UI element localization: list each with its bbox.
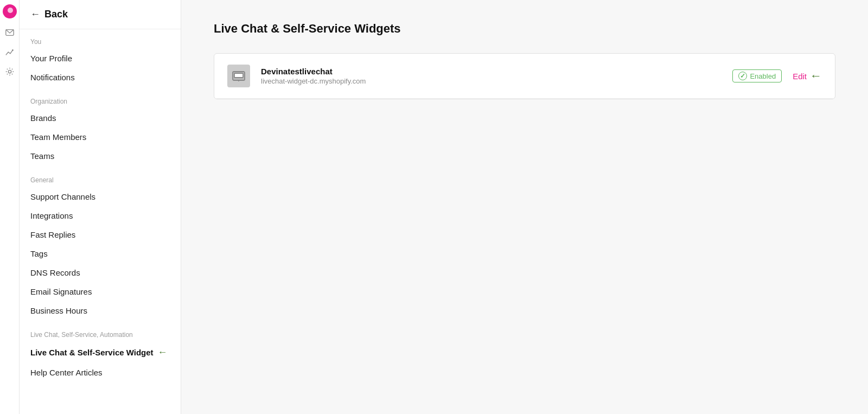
sidebar-item-dns-records[interactable]: DNS Records bbox=[30, 263, 170, 282]
section-label-you: You bbox=[30, 38, 170, 46]
svg-point-1 bbox=[12, 49, 14, 51]
icon-rail bbox=[0, 0, 20, 414]
sidebar-item-your-profile[interactable]: Your Profile bbox=[30, 49, 170, 68]
analytics-icon[interactable] bbox=[4, 47, 15, 58]
svg-point-2 bbox=[8, 70, 11, 73]
sidebar-item-fast-replies[interactable]: Fast Replies bbox=[30, 225, 170, 244]
main-content: Live Chat & Self-Service Widgets Devinat… bbox=[181, 0, 868, 414]
settings-icon[interactable] bbox=[4, 66, 15, 77]
sidebar-item-notifications[interactable]: Notifications bbox=[30, 68, 170, 87]
sidebar-section-general: General Support Channels Integrations Fa… bbox=[20, 168, 181, 322]
sidebar-item-teams[interactable]: Teams bbox=[30, 147, 170, 165]
widget-url: livechat-widget-dc.myshopify.com bbox=[261, 77, 722, 85]
sidebar-item-email-signatures[interactable]: Email Signatures bbox=[30, 282, 170, 301]
widget-actions: Enabled Edit ← bbox=[732, 69, 822, 83]
widget-row: Devinatestlivechat livechat-widget-dc.my… bbox=[214, 54, 835, 99]
enabled-badge: Enabled bbox=[732, 69, 782, 82]
back-button[interactable]: ← Back bbox=[20, 0, 181, 29]
section-label-organization: Organization bbox=[30, 98, 170, 105]
app-logo[interactable] bbox=[3, 4, 17, 18]
sidebar: ← Back You Your Profile Notifications Or… bbox=[20, 0, 181, 414]
sidebar-item-tags[interactable]: Tags bbox=[30, 244, 170, 263]
section-label-livechat: Live Chat, Self-Service, Automation bbox=[30, 331, 170, 339]
sidebar-item-integrations[interactable]: Integrations bbox=[30, 206, 170, 225]
sidebar-item-brands[interactable]: Brands bbox=[30, 109, 170, 128]
enabled-label: Enabled bbox=[750, 72, 776, 80]
sidebar-item-team-members[interactable]: Team Members bbox=[30, 128, 170, 147]
edit-button[interactable]: Edit bbox=[793, 72, 807, 81]
sidebar-section-livechat: Live Chat, Self-Service, Automation Live… bbox=[20, 322, 181, 384]
live-chat-widget-label: Live Chat & Self-Service Widget bbox=[30, 348, 154, 357]
sidebar-section-you: You Your Profile Notifications bbox=[20, 29, 181, 89]
back-label: Back bbox=[44, 9, 68, 20]
sidebar-item-help-center-articles[interactable]: Help Center Articles bbox=[30, 363, 170, 382]
page-title: Live Chat & Self-Service Widgets bbox=[214, 22, 835, 36]
sidebar-section-organization: Organization Brands Team Members Teams bbox=[20, 89, 181, 168]
widget-icon bbox=[227, 65, 250, 87]
svg-rect-4 bbox=[234, 73, 243, 78]
sidebar-item-business-hours[interactable]: Business Hours bbox=[30, 301, 170, 320]
sidebar-item-live-chat-widget[interactable]: Live Chat & Self-Service Widget ← bbox=[30, 342, 170, 363]
sidebar-item-support-channels[interactable]: Support Channels bbox=[30, 187, 170, 206]
left-arrow-annotation: ← bbox=[158, 347, 168, 358]
inbox-icon[interactable] bbox=[4, 27, 15, 38]
back-arrow-icon: ← bbox=[30, 9, 40, 20]
widget-info: Devinatestlivechat livechat-widget-dc.my… bbox=[261, 67, 722, 85]
section-label-general: General bbox=[30, 176, 170, 184]
edit-with-arrow: Edit ← bbox=[793, 69, 822, 83]
right-arrow-annotation: ← bbox=[810, 69, 822, 83]
widget-name: Devinatestlivechat bbox=[261, 67, 722, 76]
widget-card: Devinatestlivechat livechat-widget-dc.my… bbox=[214, 53, 835, 99]
